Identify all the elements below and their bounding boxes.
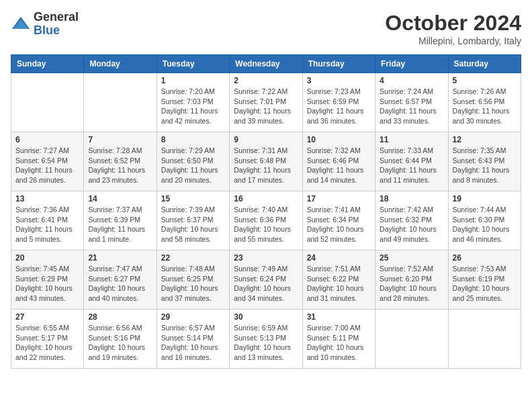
header-friday: Friday [375, 55, 448, 73]
day-number: 21 [88, 253, 152, 263]
calendar-cell [84, 73, 157, 132]
week-row-1: 6Sunrise: 7:27 AMSunset: 6:54 PMDaylight… [11, 132, 521, 191]
day-number: 19 [453, 194, 517, 203]
calendar-body: 1Sunrise: 7:20 AMSunset: 7:03 PMDaylight… [11, 73, 521, 369]
header-sunday: Sunday [11, 55, 84, 73]
day-info: Sunrise: 7:29 AMSunset: 6:50 PMDaylight:… [161, 146, 225, 185]
day-number: 10 [307, 135, 371, 144]
calendar-cell: 24Sunrise: 7:51 AMSunset: 6:22 PMDayligh… [302, 250, 375, 310]
day-info: Sunrise: 7:26 AMSunset: 6:56 PMDaylight:… [453, 87, 517, 126]
day-info: Sunrise: 6:59 AMSunset: 5:13 PMDaylight:… [234, 323, 298, 363]
week-row-0: 1Sunrise: 7:20 AMSunset: 7:03 PMDaylight… [11, 73, 521, 132]
week-row-4: 27Sunrise: 6:55 AMSunset: 5:17 PMDayligh… [11, 310, 521, 369]
calendar-cell [448, 310, 521, 369]
calendar-cell: 22Sunrise: 7:48 AMSunset: 6:25 PMDayligh… [157, 250, 229, 310]
week-row-3: 20Sunrise: 7:45 AMSunset: 6:29 PMDayligh… [11, 250, 521, 310]
calendar-cell: 20Sunrise: 7:45 AMSunset: 6:29 PMDayligh… [11, 250, 84, 310]
day-number: 12 [453, 135, 517, 144]
day-number: 17 [307, 194, 371, 203]
day-number: 28 [88, 312, 152, 322]
day-number: 24 [307, 253, 371, 263]
calendar-cell: 11Sunrise: 7:33 AMSunset: 6:44 PMDayligh… [375, 132, 448, 191]
day-info: Sunrise: 7:42 AMSunset: 6:32 PMDaylight:… [380, 205, 443, 244]
day-info: Sunrise: 7:37 AMSunset: 6:39 PMDaylight:… [88, 205, 152, 244]
day-number: 27 [15, 312, 79, 322]
calendar-cell: 15Sunrise: 7:39 AMSunset: 6:37 PMDayligh… [157, 191, 229, 250]
day-info: Sunrise: 7:22 AMSunset: 7:01 PMDaylight:… [234, 87, 298, 126]
logo-icon [11, 14, 31, 34]
calendar-cell: 26Sunrise: 7:53 AMSunset: 6:19 PMDayligh… [448, 250, 521, 310]
calendar-cell: 31Sunrise: 7:00 AMSunset: 5:11 PMDayligh… [302, 310, 375, 369]
day-number: 13 [15, 194, 79, 203]
day-info: Sunrise: 7:48 AMSunset: 6:25 PMDaylight:… [161, 264, 225, 304]
calendar-cell: 4Sunrise: 7:24 AMSunset: 6:57 PMDaylight… [375, 73, 448, 132]
calendar-cell: 1Sunrise: 7:20 AMSunset: 7:03 PMDaylight… [157, 73, 229, 132]
calendar-cell: 12Sunrise: 7:35 AMSunset: 6:43 PMDayligh… [448, 132, 521, 191]
day-info: Sunrise: 7:40 AMSunset: 6:36 PMDaylight:… [234, 205, 298, 244]
day-info: Sunrise: 7:41 AMSunset: 6:34 PMDaylight:… [307, 205, 371, 244]
calendar-cell: 18Sunrise: 7:42 AMSunset: 6:32 PMDayligh… [375, 191, 448, 250]
calendar-cell: 9Sunrise: 7:31 AMSunset: 6:48 PMDaylight… [230, 132, 302, 191]
title-month: October 2024 [385, 11, 521, 36]
day-number: 1 [161, 76, 225, 85]
day-info: Sunrise: 6:56 AMSunset: 5:16 PMDaylight:… [88, 323, 152, 363]
day-info: Sunrise: 7:49 AMSunset: 6:24 PMDaylight:… [234, 264, 298, 304]
day-info: Sunrise: 6:57 AMSunset: 5:14 PMDaylight:… [161, 323, 225, 363]
day-number: 11 [380, 135, 443, 144]
day-number: 2 [234, 76, 298, 85]
title-location: Millepini, Lombardy, Italy [385, 36, 521, 46]
day-number: 22 [161, 253, 225, 263]
logo-general: General [34, 11, 79, 24]
page-header: General Blue October 2024 Millepini, Lom… [11, 11, 521, 46]
calendar-cell: 19Sunrise: 7:44 AMSunset: 6:30 PMDayligh… [448, 191, 521, 250]
calendar-cell: 3Sunrise: 7:23 AMSunset: 6:59 PMDaylight… [302, 73, 375, 132]
day-number: 25 [380, 253, 443, 263]
day-info: Sunrise: 7:35 AMSunset: 6:43 PMDaylight:… [453, 146, 517, 185]
logo: General Blue [11, 11, 79, 38]
calendar-cell [11, 73, 84, 132]
calendar-cell: 29Sunrise: 6:57 AMSunset: 5:14 PMDayligh… [157, 310, 229, 369]
day-number: 16 [234, 194, 298, 203]
day-number: 4 [380, 76, 443, 85]
day-number: 8 [161, 135, 225, 144]
day-info: Sunrise: 7:36 AMSunset: 6:41 PMDaylight:… [15, 205, 79, 244]
day-number: 14 [88, 194, 152, 203]
calendar-header-row: SundayMondayTuesdayWednesdayThursdayFrid… [11, 55, 521, 73]
day-number: 30 [234, 312, 298, 322]
day-info: Sunrise: 7:28 AMSunset: 6:52 PMDaylight:… [88, 146, 152, 185]
day-info: Sunrise: 7:20 AMSunset: 7:03 PMDaylight:… [161, 87, 225, 126]
day-number: 7 [88, 135, 152, 144]
logo-text: General Blue [34, 11, 79, 38]
day-number: 9 [234, 135, 298, 144]
calendar-cell: 13Sunrise: 7:36 AMSunset: 6:41 PMDayligh… [11, 191, 84, 250]
calendar-cell: 25Sunrise: 7:52 AMSunset: 6:20 PMDayligh… [375, 250, 448, 310]
header-thursday: Thursday [302, 55, 375, 73]
calendar-cell: 23Sunrise: 7:49 AMSunset: 6:24 PMDayligh… [230, 250, 302, 310]
logo-blue: Blue [34, 24, 79, 38]
title-block: October 2024 Millepini, Lombardy, Italy [385, 11, 521, 46]
header-tuesday: Tuesday [157, 55, 229, 73]
calendar-cell: 7Sunrise: 7:28 AMSunset: 6:52 PMDaylight… [84, 132, 157, 191]
day-info: Sunrise: 7:27 AMSunset: 6:54 PMDaylight:… [15, 146, 79, 185]
day-info: Sunrise: 7:47 AMSunset: 6:27 PMDaylight:… [88, 264, 152, 304]
day-number: 18 [380, 194, 443, 203]
day-number: 20 [15, 253, 79, 263]
header-saturday: Saturday [448, 55, 521, 73]
day-number: 26 [453, 253, 517, 263]
calendar-cell: 5Sunrise: 7:26 AMSunset: 6:56 PMDaylight… [448, 73, 521, 132]
day-info: Sunrise: 7:24 AMSunset: 6:57 PMDaylight:… [380, 87, 443, 126]
day-info: Sunrise: 7:53 AMSunset: 6:19 PMDaylight:… [453, 264, 517, 304]
day-number: 15 [161, 194, 225, 203]
calendar-table: SundayMondayTuesdayWednesdayThursdayFrid… [11, 54, 521, 369]
day-number: 31 [307, 312, 371, 322]
calendar-cell: 16Sunrise: 7:40 AMSunset: 6:36 PMDayligh… [230, 191, 302, 250]
day-number: 23 [234, 253, 298, 263]
day-info: Sunrise: 7:39 AMSunset: 6:37 PMDaylight:… [161, 205, 225, 244]
day-number: 3 [307, 76, 371, 85]
header-wednesday: Wednesday [230, 55, 302, 73]
calendar-cell: 28Sunrise: 6:56 AMSunset: 5:16 PMDayligh… [84, 310, 157, 369]
calendar-cell: 10Sunrise: 7:32 AMSunset: 6:46 PMDayligh… [302, 132, 375, 191]
day-info: Sunrise: 7:23 AMSunset: 6:59 PMDaylight:… [307, 87, 371, 126]
calendar-cell: 8Sunrise: 7:29 AMSunset: 6:50 PMDaylight… [157, 132, 229, 191]
header-monday: Monday [84, 55, 157, 73]
